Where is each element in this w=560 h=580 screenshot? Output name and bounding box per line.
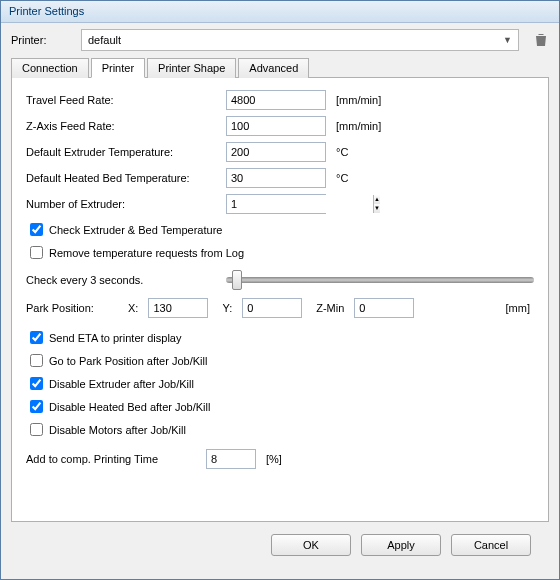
chevron-down-icon: ▼: [503, 35, 512, 45]
disable-extruder-label: Disable Extruder after Job/Kill: [49, 378, 194, 390]
park-zmin-label: Z-Min: [316, 302, 344, 314]
titlebar: Printer Settings: [1, 1, 559, 23]
tab-strip: Connection Printer Printer Shape Advance…: [11, 57, 549, 78]
tab-advanced[interactable]: Advanced: [238, 58, 309, 78]
disable-bed-label: Disable Heated Bed after Job/Kill: [49, 401, 210, 413]
printer-select[interactable]: default ▼: [81, 29, 519, 51]
z-feed-rate-unit: [mm/min]: [336, 120, 381, 132]
extruder-temp-unit: °C: [336, 146, 348, 158]
num-extruder-label: Number of Extruder:: [26, 198, 226, 210]
extruder-temp-label: Default Extruder Temperature:: [26, 146, 226, 158]
slider-thumb[interactable]: [232, 270, 242, 290]
bed-temp-input[interactable]: [226, 168, 326, 188]
tab-connection[interactable]: Connection: [11, 58, 89, 78]
tab-printer[interactable]: Printer: [91, 58, 145, 78]
disable-motors-checkbox[interactable]: [30, 423, 43, 436]
apply-button[interactable]: Apply: [361, 534, 441, 556]
extruder-temp-input[interactable]: [226, 142, 326, 162]
z-feed-rate-label: Z-Axis Feed Rate:: [26, 120, 226, 132]
park-x-label: X:: [128, 302, 138, 314]
bed-temp-label: Default Heated Bed Temperature:: [26, 172, 226, 184]
tab-printer-shape[interactable]: Printer Shape: [147, 58, 236, 78]
printer-settings-window: Printer Settings Printer: default ▼ Conn…: [0, 0, 560, 580]
disable-extruder-checkbox[interactable]: [30, 377, 43, 390]
spin-up-icon[interactable]: ▲: [374, 195, 380, 204]
park-unit: [mm]: [506, 302, 530, 314]
travel-feed-rate-input[interactable]: [226, 90, 326, 110]
disable-motors-label: Disable Motors after Job/Kill: [49, 424, 186, 436]
num-extruder-stepper[interactable]: ▲ ▼: [226, 194, 326, 214]
send-eta-label: Send ETA to printer display: [49, 332, 181, 344]
disable-bed-checkbox[interactable]: [30, 400, 43, 413]
z-feed-rate-input[interactable]: [226, 116, 326, 136]
remove-log-checkbox[interactable]: [30, 246, 43, 259]
printer-label: Printer:: [11, 34, 81, 46]
park-zmin-input[interactable]: [354, 298, 414, 318]
park-y-input[interactable]: [242, 298, 302, 318]
check-interval-label: Check every 3 seconds.: [26, 274, 226, 286]
park-x-input[interactable]: [148, 298, 208, 318]
printer-select-value: default: [88, 34, 121, 46]
window-body: Printer: default ▼ Connection Printer Pr…: [1, 23, 559, 566]
comp-time-label: Add to comp. Printing Time: [26, 453, 206, 465]
spin-down-icon[interactable]: ▼: [374, 204, 380, 213]
comp-time-unit: [%]: [266, 453, 282, 465]
cancel-button[interactable]: Cancel: [451, 534, 531, 556]
park-y-label: Y:: [222, 302, 232, 314]
trash-icon[interactable]: [533, 32, 549, 48]
bed-temp-unit: °C: [336, 172, 348, 184]
travel-feed-rate-unit: [mm/min]: [336, 94, 381, 106]
send-eta-checkbox[interactable]: [30, 331, 43, 344]
window-title: Printer Settings: [9, 5, 84, 17]
comp-time-input[interactable]: [206, 449, 256, 469]
travel-feed-rate-label: Travel Feed Rate:: [26, 94, 226, 106]
go-park-label: Go to Park Position after Job/Kill: [49, 355, 207, 367]
go-park-checkbox[interactable]: [30, 354, 43, 367]
check-interval-slider[interactable]: [226, 272, 534, 288]
check-temp-label: Check Extruder & Bed Temperature: [49, 224, 222, 236]
ok-button[interactable]: OK: [271, 534, 351, 556]
remove-log-label: Remove temperature requests from Log: [49, 247, 244, 259]
num-extruder-input[interactable]: [227, 195, 373, 213]
check-temp-checkbox[interactable]: [30, 223, 43, 236]
printer-tab-panel: Travel Feed Rate: [mm/min] Z-Axis Feed R…: [11, 78, 549, 522]
park-position-label: Park Position:: [26, 302, 114, 314]
